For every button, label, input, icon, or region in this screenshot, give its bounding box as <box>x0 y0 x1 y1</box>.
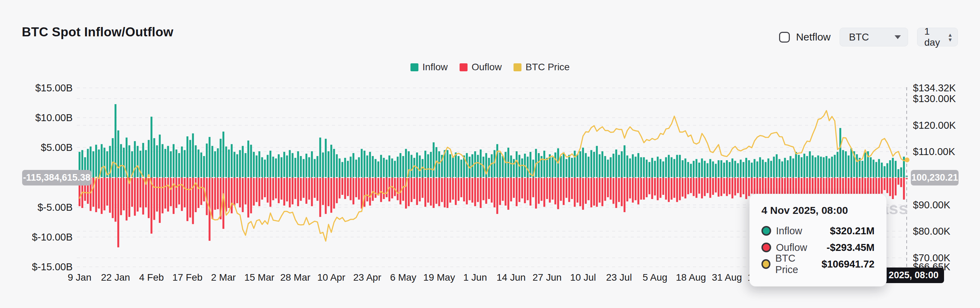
outflow-bar <box>189 177 191 218</box>
inflow-bar <box>170 151 172 177</box>
inflow-bar <box>336 154 337 177</box>
inflow-bar <box>496 144 498 177</box>
outflow-bar <box>142 177 144 215</box>
outflow-bar <box>427 177 429 203</box>
inflow-bar <box>117 131 119 177</box>
outflow-bar <box>892 177 894 199</box>
outflow-bar <box>408 177 409 206</box>
outflow-bar <box>245 177 246 204</box>
inflow-bar <box>845 151 846 177</box>
outflow-bar <box>444 177 445 207</box>
outflow-bar <box>507 177 509 210</box>
inflow-bar <box>291 153 293 177</box>
outflow-bar <box>413 177 415 199</box>
inflow-bar <box>239 150 241 177</box>
inflow-bar <box>419 155 420 177</box>
inflow-bar <box>560 156 562 177</box>
outflow-bar <box>881 177 883 194</box>
right-axis-tick: $134.32K <box>913 82 956 94</box>
inflow-bar <box>115 104 116 177</box>
outflow-bar <box>488 177 490 199</box>
tooltip-series-dot <box>762 226 771 236</box>
crosshair-flow-badge: -115,384,615.38 <box>22 170 91 185</box>
x-axis-tick: 6 May <box>390 272 416 283</box>
inflow-bar <box>134 141 135 177</box>
inflow-bar <box>120 144 122 177</box>
outflow-bar <box>883 177 885 190</box>
outflow-bar <box>123 177 124 211</box>
inflow-bar <box>159 135 161 177</box>
inflow-bar <box>684 158 686 177</box>
right-axis-tick: $130.00K <box>913 93 956 105</box>
outflow-bar <box>654 177 655 196</box>
outflow-bar <box>496 177 498 214</box>
inflow-bar <box>897 169 899 177</box>
outflow-bar <box>626 177 628 201</box>
outflow-bar <box>734 177 736 196</box>
outflow-bar <box>565 177 567 198</box>
inflow-bar <box>328 151 329 177</box>
outflow-bar <box>341 177 343 195</box>
outflow-bar <box>513 177 515 198</box>
left-axis-tick: $15.00B <box>35 82 73 94</box>
inflow-bar <box>856 154 858 177</box>
x-axis-tick: 23 Apr <box>353 272 382 283</box>
inflow-bar <box>646 160 648 177</box>
outflow-bar <box>344 177 346 199</box>
inflow-bar <box>706 163 708 177</box>
outflow-bar <box>673 177 675 198</box>
inflow-bar <box>861 161 863 177</box>
inflow-bar <box>203 156 205 177</box>
inflow-bar <box>839 128 841 177</box>
inflow-bar <box>137 146 138 177</box>
outflow-bar <box>515 177 517 206</box>
outflow-bar <box>624 177 625 212</box>
outflow-bar <box>256 177 257 202</box>
inflow-bar <box>208 137 210 177</box>
outflow-bar <box>607 177 609 197</box>
inflow-bar <box>280 157 282 177</box>
inflow-bar <box>256 155 257 177</box>
inflow-bar <box>347 161 348 177</box>
outflow-bar <box>571 177 573 199</box>
outflow-bar <box>612 177 614 204</box>
outflow-bar <box>554 177 556 204</box>
tooltip-series-name: Inflow <box>776 225 802 237</box>
left-axis-tick: $-10.00B <box>32 231 73 243</box>
outflow-bar <box>770 177 772 196</box>
outflow-bar <box>339 177 340 198</box>
outflow-bar <box>781 177 783 195</box>
right-axis-tick: $110.00K <box>913 146 955 158</box>
inflow-bar <box>817 155 819 177</box>
inflow-bar <box>181 147 183 177</box>
inflow-bar <box>800 157 802 177</box>
outflow-bar <box>391 177 393 198</box>
x-axis-tick: 15 Mar <box>244 272 274 283</box>
outflow-bar <box>477 177 479 202</box>
inflow-bar <box>361 149 363 177</box>
outflow-bar <box>175 177 177 208</box>
inflow-bar <box>206 144 207 177</box>
inflow-bar <box>668 155 670 177</box>
outflow-bar <box>126 177 127 220</box>
outflow-bar <box>463 177 465 201</box>
outflow-bar <box>242 177 243 212</box>
inflow-bar <box>527 157 528 177</box>
inflow-bar <box>424 150 426 177</box>
outflow-bar <box>435 177 437 204</box>
outflow-bar <box>530 177 531 206</box>
inflow-bar <box>712 161 714 177</box>
outflow-bar <box>756 177 758 195</box>
outflow-bar <box>474 177 476 206</box>
inflow-bar <box>341 162 343 177</box>
x-axis-tick: 10 Apr <box>317 272 345 283</box>
x-axis-tick: 19 May <box>423 272 455 283</box>
inflow-bar <box>754 159 755 177</box>
inflow-bar <box>759 157 761 177</box>
inflow-bar <box>598 154 600 177</box>
outflow-bar <box>275 177 277 198</box>
inflow-bar <box>493 150 495 177</box>
outflow-bar <box>222 177 224 229</box>
inflow-bar <box>538 153 539 177</box>
inflow-bar <box>770 161 772 177</box>
